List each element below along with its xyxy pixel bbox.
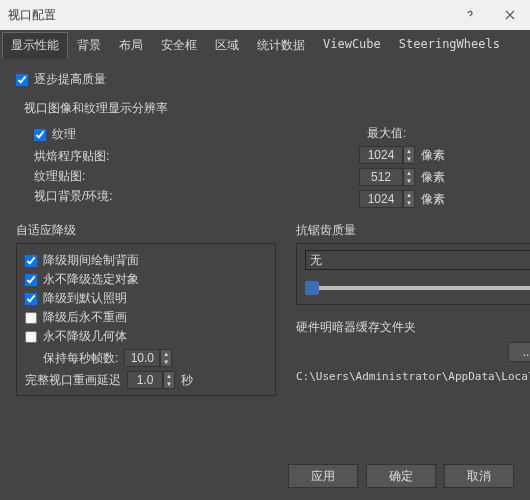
- redraw-delay-label: 完整视口重画延迟: [25, 372, 121, 389]
- viewport-bg-spinner[interactable]: ▲▼像素: [359, 190, 514, 208]
- browse-cache-button[interactable]: ...: [508, 342, 530, 362]
- tab-6[interactable]: ViewCube: [314, 32, 390, 59]
- texture-maps-label: 纹理贴图:: [34, 168, 85, 185]
- antialias-title: 抗锯齿质量: [296, 222, 530, 239]
- antialias-value[interactable]: [305, 250, 530, 270]
- progressive-quality-checkbox[interactable]: 逐步提高质量: [16, 71, 106, 88]
- tab-0[interactable]: 显示性能: [2, 32, 68, 59]
- tab-2[interactable]: 布局: [110, 32, 152, 59]
- tab-4[interactable]: 区域: [206, 32, 248, 59]
- resolution-section-label: 视口图像和纹理显示分辨率: [16, 100, 514, 117]
- tab-3[interactable]: 安全框: [152, 32, 206, 59]
- cache-folder-title: 硬件明暗器缓存文件夹: [296, 319, 530, 336]
- apply-button[interactable]: 应用: [288, 464, 358, 488]
- fps-spinner[interactable]: ▲▼: [124, 349, 172, 367]
- redraw-delay-spinner[interactable]: ▲▼: [127, 371, 175, 389]
- baked-maps-spinner[interactable]: ▲▼像素: [359, 146, 514, 164]
- tab-1[interactable]: 背景: [68, 32, 110, 59]
- texture-maps-spinner[interactable]: ▲▼像素: [359, 168, 514, 186]
- viewport-bg-label: 视口背景/环境:: [34, 188, 113, 205]
- max-value-label: 最大值:: [367, 125, 406, 142]
- adaptive-option[interactable]: 降级后永不重画: [25, 309, 267, 326]
- tab-bar: 显示性能背景布局安全框区域统计数据ViewCubeSteeringWheels: [0, 30, 530, 59]
- tab-5[interactable]: 统计数据: [248, 32, 314, 59]
- help-button[interactable]: [450, 0, 490, 30]
- window-title: 视口配置: [8, 7, 56, 24]
- antialias-slider[interactable]: [305, 278, 530, 298]
- baked-maps-label: 烘焙程序贴图:: [34, 148, 109, 165]
- adaptive-option[interactable]: 永不降级几何体: [25, 328, 267, 345]
- close-button[interactable]: [490, 0, 530, 30]
- adaptive-option[interactable]: 永不降级选定对象: [25, 271, 267, 288]
- cancel-button[interactable]: 取消: [444, 464, 514, 488]
- ok-button[interactable]: 确定: [366, 464, 436, 488]
- fps-label: 保持每秒帧数:: [43, 350, 118, 367]
- tab-7[interactable]: SteeringWheels: [390, 32, 509, 59]
- cache-path: C:\Users\Administrator\AppData\Local\A: [296, 370, 530, 383]
- adaptive-degradation-title: 自适应降级: [16, 222, 276, 239]
- texture-checkbox[interactable]: 纹理: [34, 126, 76, 143]
- adaptive-option[interactable]: 降级期间绘制背面: [25, 252, 267, 269]
- adaptive-option[interactable]: 降级到默认照明: [25, 290, 267, 307]
